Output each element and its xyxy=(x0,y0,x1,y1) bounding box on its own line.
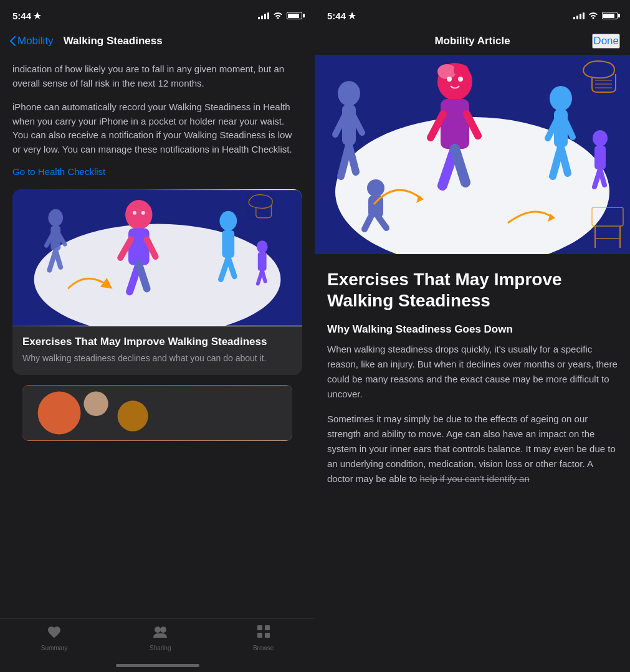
status-icons-right xyxy=(573,10,618,21)
status-time-right: 5:44 xyxy=(327,11,356,21)
svg-point-25 xyxy=(38,391,81,434)
svg-rect-30 xyxy=(257,625,262,630)
svg-rect-21 xyxy=(258,252,267,271)
svg-point-44 xyxy=(454,64,469,77)
svg-rect-33 xyxy=(265,633,270,638)
battery-icon-left xyxy=(287,12,302,19)
article-text-content: Exercises That May Improve Walking Stead… xyxy=(315,254,630,511)
nav-title-right: Mobility Article xyxy=(434,35,510,47)
nav-title-left: Walking Steadiness xyxy=(64,35,163,47)
time-right: 5:44 xyxy=(327,11,346,21)
wifi-icon-left xyxy=(273,11,283,21)
article-paragraph-2: Sometimes it may simply be due to the ef… xyxy=(327,412,618,486)
bottom-nav: Summary Sharing Browse xyxy=(0,618,315,664)
svg-point-20 xyxy=(257,240,268,253)
svg-point-50 xyxy=(447,77,452,82)
article-card-subtitle: Why walking steadiness declines and what… xyxy=(22,353,292,365)
article-paragraph-1: When walking steadiness drops quickly, i… xyxy=(327,342,618,402)
battery-icon-right xyxy=(602,12,618,19)
nav-label-browse: Browse xyxy=(253,645,274,651)
status-icons-left xyxy=(258,11,302,21)
browse-icon xyxy=(257,625,270,642)
wifi-icon-right xyxy=(588,10,598,21)
second-card-image[interactable] xyxy=(22,385,292,441)
article-scroll[interactable]: Exercises That May Improve Walking Stead… xyxy=(315,55,630,672)
article-card-image xyxy=(12,189,302,326)
signal-icon-right xyxy=(573,12,585,19)
article-card-body: Exercises That May Improve Walking Stead… xyxy=(12,326,302,375)
svg-point-36 xyxy=(338,81,360,106)
svg-point-51 xyxy=(458,77,463,82)
status-bar-right: 5:44 xyxy=(315,0,630,27)
svg-point-16 xyxy=(219,211,237,231)
nav-bar-left: Mobility Walking Steadiness xyxy=(0,27,315,55)
status-bar-left: 5:44 xyxy=(0,0,315,27)
nav-item-browse[interactable]: Browse xyxy=(253,625,274,651)
back-label-left: Mobility xyxy=(17,35,54,47)
svg-rect-59 xyxy=(594,146,606,169)
status-time-left: 5:44 xyxy=(12,11,41,21)
article-image-svg xyxy=(12,189,302,326)
svg-rect-17 xyxy=(222,230,234,258)
back-button-left[interactable]: Mobility xyxy=(10,35,54,47)
svg-point-28 xyxy=(155,627,161,633)
body-text-1: indication of how likely you are to fall… xyxy=(12,62,302,90)
svg-rect-9 xyxy=(128,229,150,265)
svg-point-8 xyxy=(125,200,153,229)
svg-point-62 xyxy=(367,179,384,197)
second-card-svg xyxy=(22,385,292,441)
svg-rect-45 xyxy=(441,99,469,149)
hero-svg xyxy=(315,55,630,254)
svg-rect-37 xyxy=(342,105,356,145)
left-content: indication of how likely you are to fall… xyxy=(0,55,315,618)
location-icon-right xyxy=(348,12,356,19)
location-icon-left xyxy=(34,12,41,19)
heart-icon xyxy=(47,625,62,642)
nav-bar-right: Mobility Article Done xyxy=(315,27,630,55)
body-text-2: iPhone can automatically record your Wal… xyxy=(12,100,302,156)
nav-item-sharing[interactable]: Sharing xyxy=(150,625,171,651)
svg-point-43 xyxy=(437,64,456,79)
nav-label-sharing: Sharing xyxy=(150,645,171,651)
sharing-icon xyxy=(152,625,168,642)
chevron-left-icon xyxy=(10,36,16,46)
article-main-title: Exercises That May Improve Walking Stead… xyxy=(327,269,618,311)
article-card[interactable]: Exercises That May Improve Walking Stead… xyxy=(12,189,302,375)
article-strikethrough: help if you can't identify an xyxy=(419,473,529,484)
article-hero-image xyxy=(315,55,630,254)
nav-label-summary: Summary xyxy=(41,645,68,651)
right-panel: 5:44 Mobility Article Done xyxy=(315,0,630,672)
nav-item-summary[interactable]: Summary xyxy=(41,625,68,651)
time-left: 5:44 xyxy=(12,11,31,21)
signal-icon-left xyxy=(258,12,269,19)
svg-rect-32 xyxy=(257,633,262,638)
svg-point-15 xyxy=(141,211,145,215)
home-indicator-left xyxy=(116,664,199,667)
svg-point-27 xyxy=(118,400,148,431)
svg-point-52 xyxy=(550,86,572,111)
svg-point-14 xyxy=(133,211,136,215)
svg-point-2 xyxy=(48,209,63,227)
svg-rect-31 xyxy=(265,625,270,630)
svg-point-26 xyxy=(84,391,108,415)
svg-point-58 xyxy=(593,130,608,146)
health-checklist-link[interactable]: Go to Health Checklist xyxy=(12,166,302,177)
left-panel: 5:44 xyxy=(0,0,315,672)
article-card-title: Exercises That May Improve Walking Stead… xyxy=(22,335,292,349)
svg-point-29 xyxy=(160,627,166,633)
article-section-title: Why Walking Steadiness Goes Down xyxy=(327,323,618,336)
done-button[interactable]: Done xyxy=(592,34,620,49)
